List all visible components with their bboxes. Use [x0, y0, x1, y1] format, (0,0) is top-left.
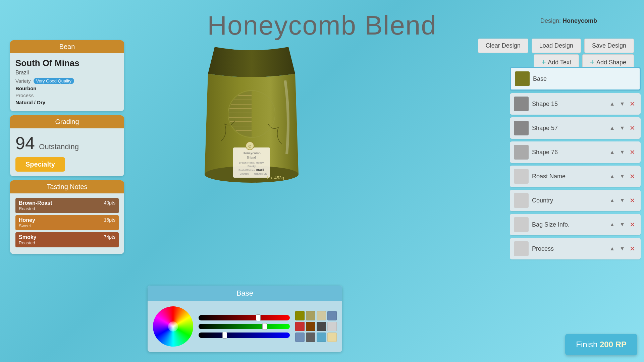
blue-slider[interactable]	[199, 333, 290, 338]
layer-down-button[interactable]: ▼	[618, 197, 626, 204]
layer-down-button[interactable]: ▼	[618, 124, 626, 132]
layer-item-base[interactable]: Base	[510, 67, 641, 90]
quality-badge: Very Good Quality	[34, 78, 74, 84]
grading-outstanding: Outstanding	[39, 142, 79, 151]
tasting-item: Smoky Roasted 74pts	[15, 232, 119, 247]
layer-item-bagsizeinfo[interactable]: Bag Size Info. ▲ ▼ ✕	[510, 214, 641, 235]
color-swatches	[295, 311, 337, 342]
grading-card-header: Grading	[10, 115, 124, 128]
layer-name: Shape 57	[532, 125, 605, 132]
color-wheel[interactable]	[153, 306, 193, 347]
save-design-button[interactable]: Save Design	[584, 39, 634, 53]
layer-item-roastname[interactable]: Roast Name ▲ ▼ ✕	[510, 166, 641, 187]
layer-remove-button[interactable]: ✕	[628, 244, 637, 253]
blue-slider-row	[199, 333, 290, 338]
color-swatch[interactable]	[306, 311, 315, 320]
layer-item-shape15[interactable]: Shape 15 ▲ ▼ ✕	[510, 93, 641, 115]
bean-process-value: Natural / Dry	[15, 100, 119, 105]
color-swatch[interactable]	[295, 322, 305, 331]
specialty-button[interactable]: Specialty	[15, 157, 65, 172]
layer-name: Base	[533, 75, 636, 82]
layer-controls: ▲ ▼ ✕	[608, 123, 637, 133]
layer-remove-button[interactable]: ✕	[628, 220, 637, 229]
color-swatch[interactable]	[317, 333, 326, 342]
layer-remove-button[interactable]: ✕	[628, 172, 637, 181]
layer-name: Bag Size Info.	[532, 221, 605, 228]
green-slider-row	[199, 324, 290, 329]
finish-button[interactable]: Finish 200 RP	[565, 334, 637, 355]
layer-thumb	[514, 193, 529, 208]
svg-text:Natural / Dry: Natural / Dry	[254, 173, 267, 175]
left-panel: Bean South Of Minas Brazil Variety Very …	[10, 40, 124, 254]
tasting-items: Brown-Roast Roasted 40pts Honey Sweet 16…	[10, 193, 124, 254]
layer-down-button[interactable]: ▼	[618, 245, 626, 252]
layer-down-button[interactable]: ▼	[618, 173, 626, 180]
bean-card-header: Bean	[10, 40, 124, 53]
layer-item-process[interactable]: Process ▲ ▼ ✕	[510, 238, 641, 259]
bean-process-row: Process	[15, 93, 119, 98]
color-swatch[interactable]	[306, 333, 315, 342]
page-title: Honeycomb Blend	[207, 10, 437, 41]
right-panel: Base Shape 15 ▲ ▼ ✕ Shape 57 ▲ ▼ ✕ Shap	[510, 67, 644, 332]
svg-text:Blend: Blend	[247, 155, 256, 159]
color-swatch[interactable]	[317, 322, 326, 331]
layer-down-button[interactable]: ▼	[618, 148, 626, 156]
svg-text:Bourbon: Bourbon	[240, 173, 249, 175]
layer-item-shape76[interactable]: Shape 76 ▲ ▼ ✕	[510, 141, 641, 163]
layer-remove-button[interactable]: ✕	[628, 99, 637, 109]
layer-up-button[interactable]: ▲	[608, 245, 616, 252]
color-swatch[interactable]	[306, 322, 315, 331]
color-swatch[interactable]	[327, 333, 337, 342]
layer-thumb	[514, 169, 529, 184]
color-swatch[interactable]	[327, 322, 337, 331]
layer-up-button[interactable]: ▲	[608, 124, 616, 132]
layer-item-shape57[interactable]: Shape 57 ▲ ▼ ✕	[510, 117, 641, 139]
layer-controls: ▲ ▼ ✕	[608, 196, 637, 205]
layer-controls: ▲ ▼ ✕	[608, 99, 637, 109]
load-design-button[interactable]: Load Design	[532, 39, 581, 53]
layer-remove-button[interactable]: ✕	[628, 123, 637, 133]
top-buttons: Clear Design Load Design Save Design	[478, 39, 634, 53]
layer-up-button[interactable]: ▲	[608, 100, 616, 108]
svg-text:Brown-Roast, Honey,: Brown-Roast, Honey,	[239, 161, 264, 164]
color-swatch[interactable]	[295, 333, 305, 342]
color-swatch[interactable]	[317, 311, 326, 320]
layer-name: Process	[532, 245, 605, 252]
coffee-bag-area: ⊙ Honeycomb Blend Brown-Roast, Honey, Sm…	[154, 40, 349, 194]
svg-text:1lb. 453g: 1lb. 453g	[266, 175, 284, 180]
grading-score: 94	[15, 133, 35, 153]
layer-up-button[interactable]: ▲	[608, 148, 616, 156]
color-sliders	[199, 315, 290, 338]
design-label: Design: Honeycomb	[540, 17, 597, 24]
svg-text:Honeycomb: Honeycomb	[243, 151, 261, 155]
layer-item-country[interactable]: Country ▲ ▼ ✕	[510, 190, 641, 211]
color-swatch[interactable]	[295, 311, 305, 320]
bean-country: Brazil	[15, 70, 119, 76]
clear-design-button[interactable]: Clear Design	[478, 39, 528, 53]
green-slider[interactable]	[199, 324, 290, 329]
red-slider-row	[199, 315, 290, 320]
layer-remove-button[interactable]: ✕	[628, 196, 637, 205]
layer-up-button[interactable]: ▲	[608, 197, 616, 204]
layer-controls: ▲ ▼ ✕	[608, 220, 637, 229]
layer-down-button[interactable]: ▼	[618, 100, 626, 108]
layer-thumb	[514, 97, 529, 111]
color-swatch[interactable]	[327, 311, 337, 320]
red-slider[interactable]	[199, 315, 290, 320]
tasting-card-header: Tasting Notes	[10, 180, 124, 193]
layer-name: Shape 76	[532, 149, 605, 156]
layer-controls: ▲ ▼ ✕	[608, 172, 637, 181]
bean-bourbon: Bourbon	[15, 85, 119, 91]
svg-text:Brazil: Brazil	[256, 168, 264, 172]
layer-name: Shape 15	[532, 101, 605, 108]
svg-text:Smoky: Smoky	[248, 165, 256, 168]
layer-thumb	[514, 217, 529, 232]
svg-text:⊙: ⊙	[248, 144, 252, 148]
svg-text:South Of Minas: South Of Minas	[238, 169, 255, 171]
layer-up-button[interactable]: ▲	[608, 173, 616, 180]
tasting-item: Honey Sweet 16pts	[15, 215, 119, 230]
layer-remove-button[interactable]: ✕	[628, 147, 637, 157]
layer-down-button[interactable]: ▼	[618, 221, 626, 228]
layer-up-button[interactable]: ▲	[608, 221, 616, 228]
grading-score-row: 94 Outstanding	[15, 133, 119, 153]
